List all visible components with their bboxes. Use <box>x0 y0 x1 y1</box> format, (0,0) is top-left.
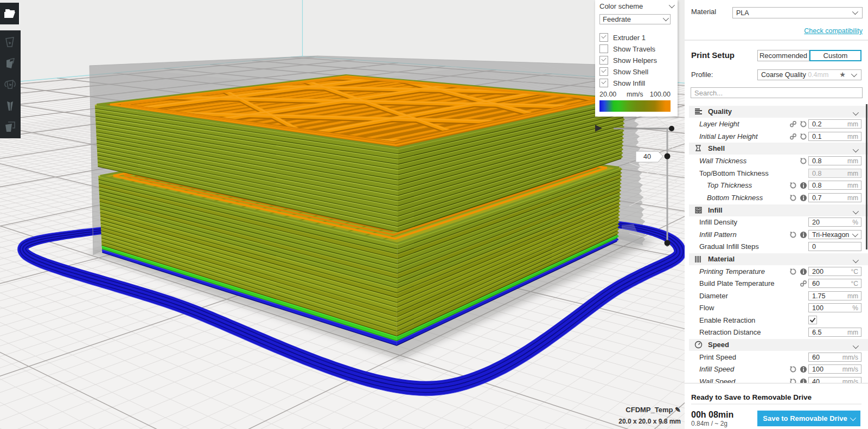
svg-text:40: 40 <box>643 153 651 161</box>
